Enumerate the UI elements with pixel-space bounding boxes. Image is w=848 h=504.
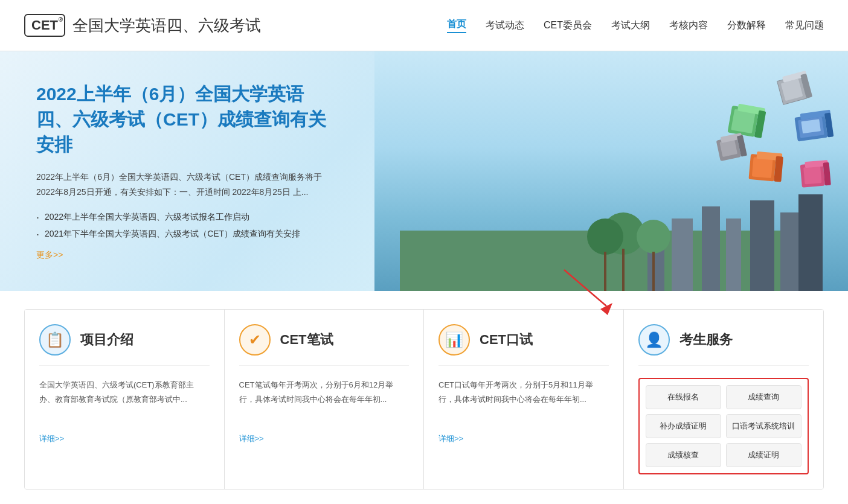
svg-rect-15 [752,157,773,178]
svg-rect-37 [622,249,625,291]
site-title: 全国大学英语四、六级考试 [72,15,261,36]
site-header: CET 全国大学英语四、六级考试 首页 考试动态 CET委员会 考试大纲 考核内… [0,0,848,51]
card-oral-body: CET口试每年开考两次，分别于5月和11月举行，具体考试时间我中心将会在每年年初… [438,378,609,426]
btn-oral-training[interactable]: 口语考试系统培训 [726,414,801,438]
svg-point-36 [587,219,623,255]
main-nav: 首页 考试动态 CET委员会 考试大纲 考核内容 分数解释 常见问题 [447,18,824,33]
card-oral: 📊 CET口试 CET口试每年开考两次，分别于5月和11月举行，具体考试时间我中… [424,310,624,489]
svg-rect-38 [652,252,655,291]
nav-score-explain[interactable]: 分数解释 [727,19,766,32]
list-item[interactable]: 2022年上半年全国大学英语四、六级考试报名工作启动 [36,212,338,223]
svg-rect-23 [803,166,821,184]
btn-score-cert[interactable]: 成绩证明 [726,443,801,467]
nav-exam-news[interactable]: 考试动态 [486,19,524,32]
card-oral-link[interactable]: 详细>> [438,433,609,444]
card-written-link[interactable]: 详细>> [239,433,410,444]
card-intro-title: 项目介绍 [80,331,133,349]
btn-score-check[interactable]: 成绩核查 [646,443,721,467]
card-service-title: 考生服务 [679,331,733,349]
card-service-header: 👤 考生服务 [638,324,809,366]
btn-cert-reissue[interactable]: 补办成绩证明 [646,414,721,438]
svg-rect-29 [750,200,774,291]
list-item[interactable]: 2021年下半年全国大学英语四、六级考试（CET）成绩查询有关安排 [36,229,338,240]
card-intro: 📋 项目介绍 全国大学英语四、六级考试(CET)系教育部主办、教育部教育考试院（… [25,310,225,489]
svg-point-35 [637,220,670,254]
card-intro-body: 全国大学英语四、六级考试(CET)系教育部主办、教育部教育考试院（原教育部考试中… [39,378,210,426]
hero-title: 2022上半年（6月）全国大学英语四、六级考试（CET）成绩查询有关安排 [36,81,338,158]
hero-news-list: 2022年上半年全国大学英语四、六级考试报名工作启动 2021年下半年全国大学英… [36,212,338,240]
svg-rect-28 [726,219,741,291]
service-icon: 👤 [638,324,670,356]
cet-logo: CET [24,14,65,37]
card-written: ✔ CET笔试 CET笔试每年开考两次，分别于6月和12月举行，具体考试时间我中… [225,310,425,489]
svg-rect-27 [702,206,720,291]
svg-marker-41 [600,303,612,315]
card-intro-header: 📋 项目介绍 [39,324,210,366]
hero-more-link[interactable]: 更多>> [36,250,63,260]
service-buttons-grid: 在线报名 成绩查询 补办成绩证明 口语考试系统培训 成绩核查 成绩证明 [638,378,809,474]
cards-section: 📋 项目介绍 全国大学英语四、六级考试(CET)系教育部主办、教育部教育考试院（… [24,309,824,490]
svg-rect-30 [780,212,798,291]
card-written-header: ✔ CET笔试 [239,324,410,366]
nav-home[interactable]: 首页 [447,18,466,33]
svg-rect-31 [798,194,823,291]
card-oral-header: 📊 CET口试 [438,324,609,366]
btn-score[interactable]: 成绩查询 [726,385,801,409]
oral-icon: 📊 [438,324,470,356]
hero-section: 2022上半年（6月）全国大学英语四、六级考试（CET）成绩查询有关安排 202… [0,51,848,291]
nav-faq[interactable]: 常见问题 [785,19,824,32]
card-oral-title: CET口试 [480,331,533,349]
nav-content[interactable]: 考核内容 [669,19,708,32]
red-arrow [558,267,618,315]
card-service: 👤 考生服务 在线报名 成绩查询 补办成绩证明 口语考试系统培训 成绩核查 成绩… [624,310,824,489]
nav-committee[interactable]: CET委员会 [544,19,592,32]
svg-line-40 [564,270,606,306]
btn-register[interactable]: 在线报名 [646,385,721,409]
written-icon: ✔ [239,324,271,356]
hero-content: 2022上半年（6月）全国大学英语四、六级考试（CET）成绩查询有关安排 202… [0,51,374,291]
card-intro-link[interactable]: 详细>> [39,433,210,444]
card-written-title: CET笔试 [280,331,333,349]
nav-syllabus[interactable]: 考试大纲 [611,19,650,32]
hero-image [374,51,848,291]
svg-rect-32 [672,219,693,291]
hero-desc: 2022年上半年（6月）全国大学英语四、六级考试（CET）成绩查询服务将于202… [36,170,338,200]
svg-rect-11 [801,119,820,133]
logo-area: CET 全国大学英语四、六级考试 [24,14,261,37]
card-written-body: CET笔试每年开考两次，分别于6月和12月举行，具体考试时间我中心将会在每年年初… [239,378,410,426]
intro-icon: 📋 [39,324,71,356]
